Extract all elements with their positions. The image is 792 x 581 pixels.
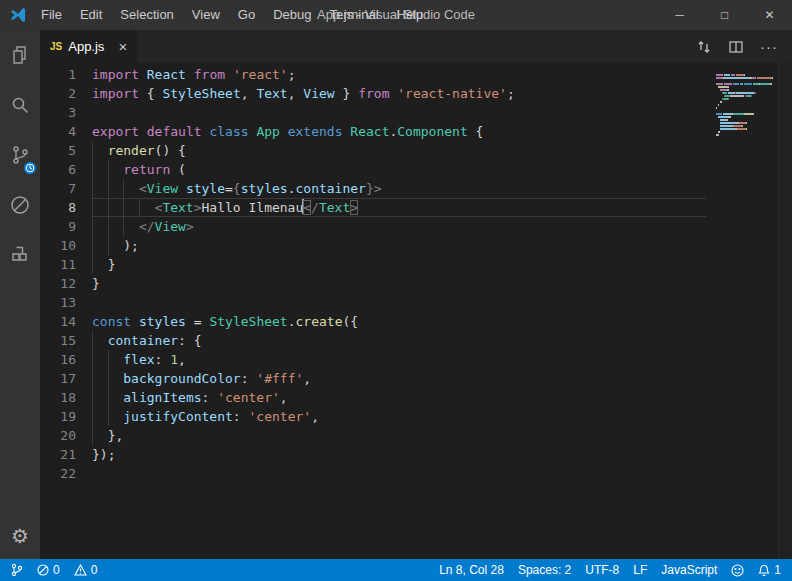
editor: 1import React from 'react';2import { Sty…: [40, 63, 792, 559]
settings-gear-icon[interactable]: ⚙: [0, 513, 40, 559]
notifications[interactable]: 1: [751, 559, 788, 581]
line-number[interactable]: 6: [40, 160, 92, 179]
sync-changes-icon[interactable]: [696, 39, 712, 55]
menu-selection[interactable]: Selection: [111, 0, 182, 30]
indent-guide: [108, 388, 124, 407]
tab-appjs[interactable]: JS App.js ×: [40, 30, 137, 63]
warning-count-value: 0: [91, 563, 98, 577]
line-number[interactable]: 7: [40, 179, 92, 198]
minimap[interactable]: [716, 67, 776, 133]
line-content: [92, 464, 706, 483]
line-number[interactable]: 8: [40, 198, 92, 217]
menu-go[interactable]: Go: [229, 0, 264, 30]
line-number[interactable]: 10: [40, 236, 92, 255]
minimap-line: [716, 88, 776, 90]
minimap-line: [716, 115, 776, 117]
line-number[interactable]: 1: [40, 65, 92, 84]
minimap-line: [716, 109, 776, 111]
line-number[interactable]: 2: [40, 84, 92, 103]
indentation-setting[interactable]: Spaces: 2: [511, 559, 578, 581]
line-number[interactable]: 19: [40, 407, 92, 426]
indent-guide: [123, 198, 139, 217]
code-line-3[interactable]: 3: [40, 103, 792, 122]
more-actions-icon[interactable]: ···: [760, 38, 778, 55]
code-line-4[interactable]: 4export default class App extends React.…: [40, 122, 792, 141]
code-line-9[interactable]: 9 </View>: [40, 217, 792, 236]
cursor-position[interactable]: Ln 8, Col 28: [432, 559, 511, 581]
explorer-icon[interactable]: [0, 30, 40, 80]
git-branch-indicator[interactable]: [4, 559, 30, 581]
code-line-10[interactable]: 10 );: [40, 236, 792, 255]
line-number[interactable]: 20: [40, 426, 92, 445]
line-number[interactable]: 21: [40, 445, 92, 464]
close-tab-icon[interactable]: ×: [118, 38, 127, 55]
code-line-2[interactable]: 2import { StyleSheet, Text, View } from …: [40, 84, 792, 103]
eol-setting[interactable]: LF: [626, 559, 654, 581]
encoding-setting[interactable]: UTF-8: [578, 559, 626, 581]
menu-view[interactable]: View: [183, 0, 229, 30]
feedback-smiley[interactable]: [724, 559, 751, 581]
vertical-scrollbar[interactable]: [778, 63, 792, 559]
line-number[interactable]: 13: [40, 293, 92, 312]
source-control-icon[interactable]: [0, 130, 40, 180]
line-number[interactable]: 16: [40, 350, 92, 369]
close-window-button[interactable]: ✕: [747, 0, 792, 30]
code-line-12[interactable]: 12}: [40, 274, 792, 293]
code-line-19[interactable]: 19 justifyContent: 'center',: [40, 407, 792, 426]
minimap-line: [716, 76, 776, 78]
menu-file[interactable]: File: [32, 0, 71, 30]
menu-debug[interactable]: Debug: [264, 0, 320, 30]
line-number[interactable]: 15: [40, 331, 92, 350]
line-content: }: [92, 274, 706, 293]
indent-guide: [92, 350, 108, 369]
menu-terminal[interactable]: Terminal: [320, 0, 387, 30]
scm-clock-badge-icon: [23, 161, 37, 175]
code-line-20[interactable]: 20 },: [40, 426, 792, 445]
code-line-7[interactable]: 7 <View style={styles.container}>: [40, 179, 792, 198]
debug-icon[interactable]: [0, 180, 40, 230]
code-line-1[interactable]: 1import React from 'react';: [40, 65, 792, 84]
line-number[interactable]: 3: [40, 103, 92, 122]
bracket-match: >: [350, 200, 358, 215]
line-number[interactable]: 17: [40, 369, 92, 388]
line-number[interactable]: 11: [40, 255, 92, 274]
line-number[interactable]: 14: [40, 312, 92, 331]
language-mode[interactable]: JavaScript: [654, 559, 724, 581]
error-count[interactable]: 0: [30, 559, 67, 581]
code-line-13[interactable]: 13: [40, 293, 792, 312]
code-line-18[interactable]: 18 alignItems: 'center',: [40, 388, 792, 407]
line-content: flex: 1,: [92, 350, 706, 369]
split-editor-icon[interactable]: [728, 39, 744, 55]
code-line-8[interactable]: 8 <Text>Hallo Ilmenau</Text>: [40, 198, 792, 217]
warning-count[interactable]: 0: [67, 559, 105, 581]
extensions-icon[interactable]: [0, 230, 40, 280]
minimize-button[interactable]: ─: [657, 0, 702, 30]
code-line-5[interactable]: 5 render() {: [40, 141, 792, 160]
minimap-line: [716, 79, 776, 81]
code-line-15[interactable]: 15 container: {: [40, 331, 792, 350]
smiley-icon: [731, 564, 744, 577]
notification-count: 1: [774, 563, 781, 577]
line-number[interactable]: 9: [40, 217, 92, 236]
code-line-21[interactable]: 21});: [40, 445, 792, 464]
code-line-6[interactable]: 6 return (: [40, 160, 792, 179]
minimap-line: [716, 100, 776, 102]
code-line-17[interactable]: 17 backgroundColor: '#fff',: [40, 369, 792, 388]
menu-edit[interactable]: Edit: [71, 0, 111, 30]
code-line-16[interactable]: 16 flex: 1,: [40, 350, 792, 369]
line-number[interactable]: 4: [40, 122, 92, 141]
code-line-22[interactable]: 22: [40, 464, 792, 483]
code-line-11[interactable]: 11 }: [40, 255, 792, 274]
menu-help[interactable]: Help: [388, 0, 433, 30]
line-content: container: {: [92, 331, 706, 350]
line-number[interactable]: 5: [40, 141, 92, 160]
search-icon[interactable]: [0, 80, 40, 130]
indent-guide: [92, 388, 108, 407]
line-number[interactable]: 12: [40, 274, 92, 293]
line-number[interactable]: 18: [40, 388, 92, 407]
line-content: return (: [92, 160, 706, 179]
maximize-button[interactable]: □: [702, 0, 747, 30]
line-number[interactable]: 22: [40, 464, 92, 483]
bell-icon: [758, 564, 770, 577]
code-line-14[interactable]: 14const styles = StyleSheet.create({: [40, 312, 792, 331]
